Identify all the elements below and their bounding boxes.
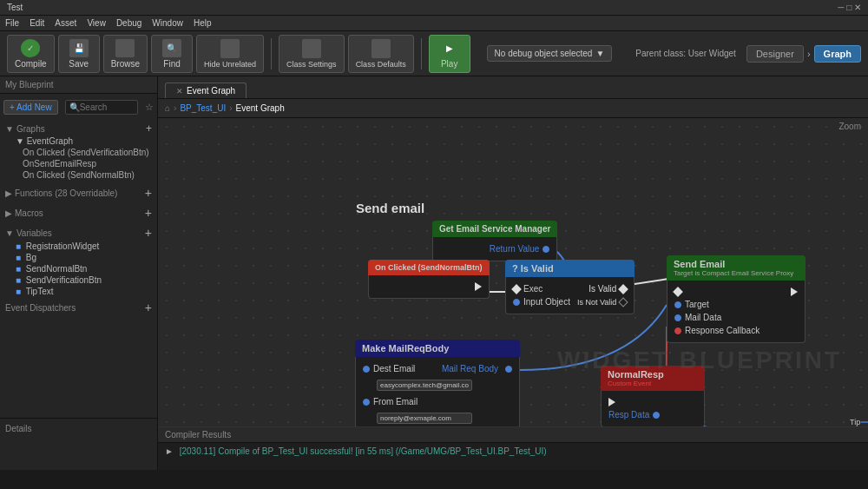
menu-view[interactable]: View — [87, 18, 106, 28]
section-label: Send email — [356, 201, 424, 215]
center-area: ✕ Event Graph ⌂ › BP_Test_UI › Event Gra… — [158, 76, 868, 470]
search-input[interactable] — [80, 102, 134, 112]
variables-expand-icon: ▼ — [5, 228, 14, 238]
dest-email-input[interactable] — [377, 380, 472, 391]
event-dispatchers-section: Event Dispatchers + — [0, 299, 157, 316]
mail-req-body-pin — [505, 366, 512, 373]
node-is-valid[interactable]: ? Is Valid Exec Is Valid Input Object — [505, 260, 635, 314]
send-email-subtitle: Target is Compact Email Service Proxy — [674, 269, 793, 277]
node-get-email-service[interactable]: Get Email Service Manager Return Value — [432, 221, 557, 261]
debug-filter[interactable]: No debug object selected ▼ — [487, 45, 613, 62]
graphs-section-header[interactable]: ▼ Graphs + — [5, 121, 152, 135]
window-controls[interactable]: ─ □ ✕ — [838, 3, 861, 12]
graph-tab[interactable]: Graph — [814, 45, 861, 63]
parent-class-info: Parent class: User Widget — [635, 49, 736, 58]
from-email-input[interactable] — [377, 413, 472, 424]
functions-section-header[interactable]: ▶ Functions (28 Overridable) + — [5, 184, 152, 201]
exec-label: Exec — [523, 284, 542, 294]
play-icon: ▶ — [440, 39, 459, 57]
var-bg[interactable]: ■ Bg — [5, 252, 152, 263]
graph-canvas[interactable]: Zoom Send email — [158, 118, 868, 426]
tab-close-icon[interactable]: ✕ — [176, 87, 183, 96]
var-send-verification-btn[interactable]: ■ SendVerificationBtn — [5, 274, 152, 286]
on-send-email-resp-item[interactable]: OnSendEmailResp — [5, 158, 152, 169]
return-value-pin — [542, 246, 549, 253]
toolbar: ✓ Compile 💾 Save Browse 🔍 Find Hide Unre… — [0, 31, 868, 76]
menu-edit[interactable]: Edit — [30, 18, 44, 28]
var-tip-text[interactable]: ■ TipText — [5, 286, 152, 297]
class-defaults-button[interactable]: Class Defaults — [348, 35, 414, 73]
add-new-button[interactable]: + Add New — [3, 100, 58, 115]
left-panel: My Blueprint + Add New 🔍 ☆ ▼ Graphs + ▼ … — [0, 76, 158, 470]
var-registration-widget[interactable]: ■ RegistrationWidget — [5, 241, 152, 252]
node-send-email[interactable]: Send Email Target is Compact Email Servi… — [667, 255, 806, 343]
menu-asset[interactable]: Asset — [55, 18, 76, 28]
compile-button[interactable]: ✓ Compile — [7, 35, 55, 73]
node-normal-resp[interactable]: NormalResp Custom Event Resp Data — [601, 366, 705, 426]
event-graph-item[interactable]: ▼ EventGraph — [5, 135, 152, 147]
is-valid-title: ? Is Valid — [512, 263, 554, 274]
variables-section: ▼ Variables + ■ RegistrationWidget ■ Bg … — [0, 222, 157, 299]
details-panel: Details — [0, 418, 157, 470]
compile-icon: ✓ — [21, 39, 40, 57]
graphs-add-icon[interactable]: + — [146, 123, 152, 134]
variables-section-header[interactable]: ▼ Variables + — [5, 224, 152, 241]
on-clicked-exec-out — [475, 282, 482, 291]
on-clicked-send-normal-item[interactable]: On Clicked (SendNormalBtn) — [5, 169, 152, 181]
menu-debug[interactable]: Debug — [116, 18, 141, 28]
macros-section-header[interactable]: ▶ Macros + — [5, 204, 152, 221]
macros-expand-icon: ▶ — [5, 208, 12, 218]
home-icon[interactable]: ⌂ — [165, 103, 170, 113]
variables-add-icon[interactable]: + — [145, 227, 152, 239]
send-email-exec-in — [673, 287, 682, 296]
send-email-exec-out — [791, 287, 798, 296]
breadcrumb-root[interactable]: BP_Test_UI — [180, 103, 226, 113]
macros-add-icon[interactable]: + — [145, 207, 152, 219]
toolbar-separator-1 — [271, 38, 272, 69]
save-icon: 💾 — [69, 39, 89, 57]
save-button[interactable]: 💾 Save — [58, 35, 100, 73]
var-type-icon-bg: ■ — [16, 253, 21, 262]
is-valid-out-pin — [619, 284, 628, 294]
compiler-panel: Compiler Results ► [2030.11] Compile of … — [158, 426, 868, 470]
event-dispatchers-add-icon[interactable]: + — [145, 301, 152, 314]
my-blueprint-header: My Blueprint — [0, 76, 157, 94]
breadcrumb-sep-2: › — [229, 103, 232, 113]
node-on-clicked-send[interactable]: On Clicked (SendNormalBtn) — [368, 260, 490, 299]
bookmark-icon[interactable]: ☆ — [145, 102, 154, 113]
var-type-icon-sendverification: ■ — [16, 275, 21, 285]
send-email-title: Send Email — [674, 259, 793, 269]
tip-text-label: Tip Text ● — [850, 418, 868, 426]
designer-tab[interactable]: Designer — [746, 45, 804, 63]
menu-help[interactable]: Help — [194, 18, 212, 28]
resp-data-pin — [653, 412, 660, 419]
menu-file[interactable]: File — [5, 18, 19, 28]
var-send-normal-btn[interactable]: ■ SendNormalBtn — [5, 263, 152, 274]
breadcrumb-sep-1: › — [174, 103, 176, 113]
play-button[interactable]: ▶ Play — [429, 35, 470, 73]
is-valid-exec-in — [511, 284, 521, 294]
find-button[interactable]: 🔍 Find — [151, 35, 193, 73]
browse-button[interactable]: Browse — [103, 35, 148, 73]
from-email-pin — [363, 399, 370, 406]
watermark: WIDGET BLUEPRINT — [557, 347, 842, 374]
hide-unrelated-button[interactable]: Hide Unrelated — [196, 35, 264, 73]
var-type-icon-tiptext: ■ — [16, 287, 21, 296]
breadcrumb-current: Event Graph — [236, 103, 285, 113]
normal-resp-exec-out — [608, 398, 615, 406]
menu-window[interactable]: Window — [152, 18, 183, 28]
event-graph-tab[interactable]: ✕ Event Graph — [165, 83, 247, 98]
node-make-mail[interactable]: Make MailReqBody Dest Email Mail Req Bod… — [355, 340, 520, 426]
send-email-target-pin — [674, 301, 681, 308]
search-icon: 🔍 — [69, 102, 80, 112]
my-blueprint-label: My Blueprint — [5, 80, 54, 89]
class-settings-button[interactable]: Class Settings — [279, 35, 345, 73]
functions-add-icon[interactable]: + — [145, 187, 152, 199]
compiler-header: Compiler Results — [158, 427, 868, 443]
zoom-label: Zoom — [838, 122, 861, 131]
make-mail-title: Make MailReqBody — [362, 343, 449, 354]
menu-bar: File Edit Asset View Debug Window Help — [0, 16, 868, 31]
on-clicked-send-verification-item[interactable]: On Clicked (SendVerificationBtn) — [5, 147, 152, 158]
dest-email-pin — [363, 366, 370, 373]
graphs-section: ▼ Graphs + ▼ EventGraph On Clicked (Send… — [0, 119, 157, 182]
